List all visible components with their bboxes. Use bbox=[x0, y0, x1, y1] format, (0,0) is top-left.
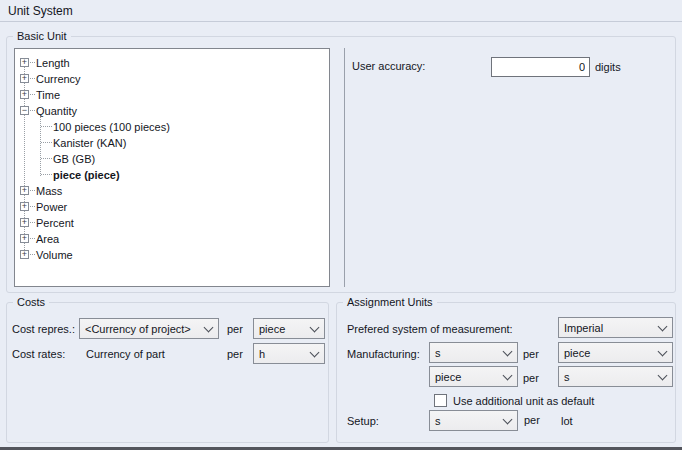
cost-unit-value: piece bbox=[259, 323, 307, 335]
chevron-down-icon bbox=[500, 419, 514, 423]
plus-icon[interactable] bbox=[20, 186, 29, 195]
chevron-down-icon bbox=[655, 375, 669, 379]
tree-item-percent[interactable]: Percent bbox=[15, 215, 329, 231]
manufacturing-value: s bbox=[435, 347, 500, 359]
manufacturing-per-label: per bbox=[523, 348, 539, 360]
tree-item-label: piece (piece) bbox=[53, 169, 120, 181]
tree-item-label: Volume bbox=[36, 249, 73, 261]
chevron-down-icon bbox=[655, 326, 669, 330]
chevron-down-icon bbox=[500, 375, 514, 379]
tree-item-piece[interactable]: piece (piece) bbox=[15, 167, 329, 183]
user-accuracy-label: User accuracy: bbox=[352, 60, 425, 72]
manufacturing-label: Manufacturing: bbox=[347, 348, 420, 360]
use-additional-unit-label: Use additional unit as default bbox=[453, 395, 594, 407]
manufacturing-unit-value: piece bbox=[564, 347, 655, 359]
setup-unit-label: lot bbox=[561, 415, 573, 427]
tree-item-label: Kanister (KAN) bbox=[53, 137, 126, 149]
basic-unit-divider bbox=[344, 48, 345, 287]
cost-repres-value: <Currency of project> bbox=[85, 323, 201, 335]
tree-item-kanister[interactable]: Kanister (KAN) bbox=[15, 135, 329, 151]
tree-item-label: GB (GB) bbox=[53, 153, 95, 165]
setup-per-label: per bbox=[524, 414, 540, 426]
tree-item-label: 100 pieces (100 pieces) bbox=[53, 121, 170, 133]
setup-value: s bbox=[435, 415, 500, 427]
manufacturing-value2: piece bbox=[435, 371, 500, 383]
manufacturing-value2-select[interactable]: piece bbox=[429, 366, 518, 387]
tree-item-label: Currency bbox=[36, 73, 81, 85]
page-title: Unit System bbox=[8, 4, 73, 18]
tree-item-power[interactable]: Power bbox=[15, 199, 329, 215]
unit-system-page: Unit System Basic Unit Length Currency T… bbox=[0, 0, 682, 450]
cost-rates-label: Cost rates: bbox=[12, 348, 65, 360]
cost-repres-label: Cost repres.: bbox=[12, 323, 75, 335]
cost-rates-unit-select[interactable]: h bbox=[253, 343, 325, 364]
preferred-system-select[interactable]: Imperial bbox=[558, 317, 673, 338]
user-accuracy-input[interactable] bbox=[491, 57, 590, 77]
setup-label: Setup: bbox=[347, 415, 379, 427]
cost-rates-unit-value: h bbox=[259, 348, 307, 360]
cost-rates-value: Currency of part bbox=[86, 348, 165, 360]
tree-item-label: Quantity bbox=[36, 105, 77, 117]
plus-icon[interactable] bbox=[20, 58, 29, 67]
chevron-down-icon bbox=[201, 327, 215, 331]
cost-rates-per-label: per bbox=[227, 348, 243, 360]
plus-icon[interactable] bbox=[20, 218, 29, 227]
group-assignment-units-title: Assignment Units bbox=[343, 295, 437, 310]
cost-unit-select[interactable]: piece bbox=[253, 318, 325, 339]
tree-item-area[interactable]: Area bbox=[15, 231, 329, 247]
group-costs-title: Costs bbox=[13, 295, 49, 310]
tree-item-label: Power bbox=[36, 201, 67, 213]
tree-item-length[interactable]: Length bbox=[15, 55, 329, 71]
use-additional-unit-checkbox[interactable] bbox=[434, 394, 447, 407]
plus-icon[interactable] bbox=[20, 250, 29, 259]
chevron-down-icon bbox=[307, 352, 321, 356]
tree-item-label: Length bbox=[36, 57, 70, 69]
user-accuracy-unit-label: digits bbox=[595, 61, 621, 73]
manufacturing-unit2-value: s bbox=[564, 371, 655, 383]
tree-item-label: Mass bbox=[36, 185, 62, 197]
plus-icon[interactable] bbox=[20, 234, 29, 243]
title-separator bbox=[0, 21, 682, 22]
chevron-down-icon bbox=[500, 351, 514, 355]
minus-icon[interactable] bbox=[20, 106, 29, 115]
plus-icon[interactable] bbox=[20, 74, 29, 83]
preferred-system-value: Imperial bbox=[564, 322, 655, 334]
cost-repres-select[interactable]: <Currency of project> bbox=[79, 318, 219, 339]
manufacturing-unit2-select[interactable]: s bbox=[558, 366, 673, 387]
unit-tree[interactable]: Length Currency Time Quantity 100 pieces… bbox=[14, 48, 330, 287]
manufacturing-unit-select[interactable]: piece bbox=[558, 342, 673, 363]
tree-item-100-pieces[interactable]: 100 pieces (100 pieces) bbox=[15, 119, 329, 135]
plus-icon[interactable] bbox=[20, 90, 29, 99]
plus-icon[interactable] bbox=[20, 202, 29, 211]
chevron-down-icon bbox=[307, 327, 321, 331]
tree-item-mass[interactable]: Mass bbox=[15, 183, 329, 199]
preferred-system-label: Prefered system of measurement: bbox=[347, 323, 513, 335]
manufacturing-value-select[interactable]: s bbox=[429, 342, 518, 363]
manufacturing-per2-label: per bbox=[523, 372, 539, 384]
setup-value-select[interactable]: s bbox=[429, 410, 518, 431]
tree-item-time[interactable]: Time bbox=[15, 87, 329, 103]
tree-item-quantity[interactable]: Quantity bbox=[15, 103, 329, 119]
tree-item-label: Percent bbox=[36, 217, 74, 229]
tree-item-gb[interactable]: GB (GB) bbox=[15, 151, 329, 167]
chevron-down-icon bbox=[655, 351, 669, 355]
tree-item-currency[interactable]: Currency bbox=[15, 71, 329, 87]
tree-item-label: Time bbox=[36, 89, 60, 101]
cost-repres-per-label: per bbox=[227, 323, 243, 335]
tree-item-volume[interactable]: Volume bbox=[15, 247, 329, 263]
tree-item-label: Area bbox=[36, 233, 59, 245]
group-basic-unit-title: Basic Unit bbox=[13, 29, 71, 44]
